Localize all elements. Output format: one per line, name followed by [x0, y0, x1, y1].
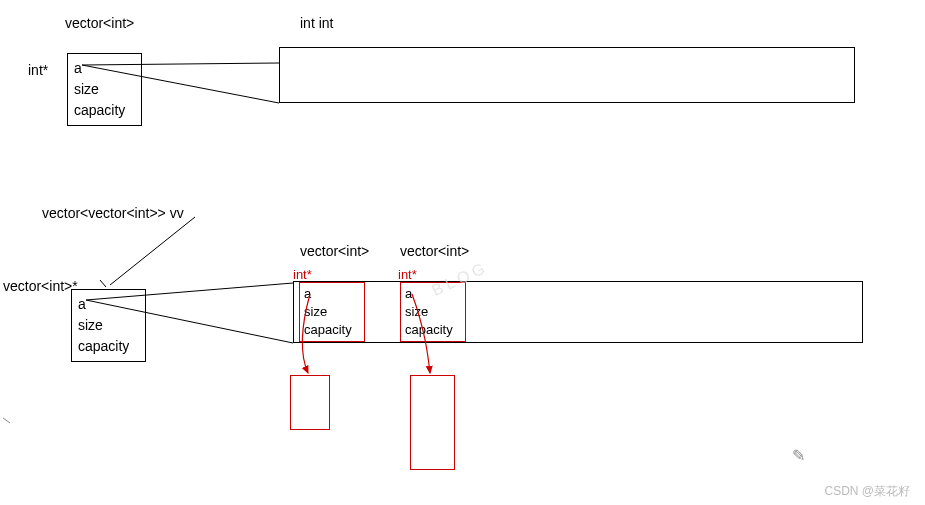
outer-field-a: a — [78, 294, 139, 315]
section1-ptr-label: int* — [28, 62, 48, 78]
inner1-field-size: size — [304, 303, 360, 321]
section1-array — [279, 47, 855, 103]
section1-elem-label: int int — [300, 15, 333, 31]
section2-outer-array — [293, 281, 863, 343]
section2-inner-label-1: vector<int> — [300, 243, 369, 259]
section1-struct: a size capacity — [67, 53, 142, 126]
inner1-struct: a size capacity — [299, 282, 365, 342]
inner1-target-box — [290, 375, 330, 430]
inner2-target-box — [410, 375, 455, 470]
field-size: size — [74, 79, 135, 100]
inner1-field-a: a — [304, 285, 360, 303]
section2-ptr-label: vector<int>* — [3, 278, 78, 294]
outer-field-capacity: capacity — [78, 336, 139, 357]
inner2-ptr-label: int* — [398, 267, 417, 282]
svg-line-6 — [3, 418, 10, 423]
inner1-ptr-label: int* — [293, 267, 312, 282]
outer-field-size: size — [78, 315, 139, 336]
inner1-field-capacity: capacity — [304, 321, 360, 339]
pencil-icon: ✎ — [792, 446, 805, 465]
inner2-field-size: size — [405, 303, 461, 321]
section2-inner-label-2: vector<int> — [400, 243, 469, 259]
section2-title: vector<vector<int>> vv — [42, 205, 184, 221]
field-capacity: capacity — [74, 100, 135, 121]
svg-line-2 — [110, 217, 195, 285]
field-a: a — [74, 58, 135, 79]
footer-attribution: CSDN @菜花籽 — [824, 483, 910, 500]
inner2-field-capacity: capacity — [405, 321, 461, 339]
section2-outer-struct: a size capacity — [71, 289, 146, 362]
section1-title: vector<int> — [65, 15, 134, 31]
svg-line-3 — [100, 280, 106, 287]
